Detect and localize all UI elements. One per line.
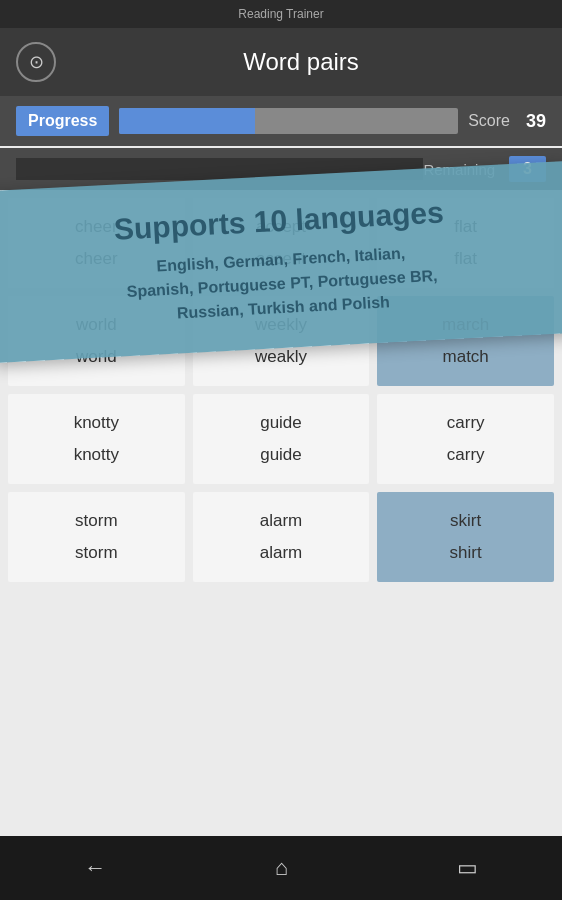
word-cell-7[interactable]: guideguide — [193, 394, 370, 484]
home-button[interactable]: ⌂ — [251, 847, 312, 889]
word-bottom-5: match — [443, 347, 489, 367]
word-top-9: storm — [75, 511, 118, 531]
word-cell-9[interactable]: stormstorm — [8, 492, 185, 582]
word-bottom-4: weakly — [255, 347, 307, 367]
page-title: Word pairs — [56, 48, 546, 76]
word-top-7: guide — [260, 413, 302, 433]
word-cell-11[interactable]: skirtshirt — [377, 492, 554, 582]
score-label: Score — [468, 112, 510, 130]
nav-bar: ← ⌂ ▭ — [0, 836, 562, 900]
main-content: Progress Score 39 Remaining 3 cheercheer… — [0, 96, 562, 836]
word-bottom-8: carry — [447, 445, 485, 465]
app-header: ⊙ Word pairs — [0, 28, 562, 96]
word-top-8: carry — [447, 413, 485, 433]
app-icon: ⊙ — [16, 42, 56, 82]
word-cell-10[interactable]: alarmalarm — [193, 492, 370, 582]
word-bottom-9: storm — [75, 543, 118, 563]
word-bottom-6: knotty — [74, 445, 119, 465]
word-bottom-10: alarm — [260, 543, 303, 563]
progress-bar-fill — [119, 108, 255, 134]
word-cell-6[interactable]: knottyknotty — [8, 394, 185, 484]
word-bottom-7: guide — [260, 445, 302, 465]
word-bottom-11: shirt — [450, 543, 482, 563]
recent-button[interactable]: ▭ — [433, 847, 502, 889]
overlay-title: Supports 10 languages — [27, 191, 530, 251]
progress-bar — [119, 108, 458, 134]
word-top-11: skirt — [450, 511, 481, 531]
overlay-desc: English, German, French, Italian,Spanish… — [126, 245, 438, 322]
score-value: 39 — [526, 111, 546, 132]
word-top-10: alarm — [260, 511, 303, 531]
progress-label: Progress — [16, 106, 109, 136]
overlay-banner: Supports 10 languages English, German, F… — [0, 161, 562, 363]
progress-section: Progress Score 39 — [0, 96, 562, 146]
word-top-6: knotty — [74, 413, 119, 433]
status-bar-title: Reading Trainer — [238, 7, 323, 21]
word-cell-8[interactable]: carrycarry — [377, 394, 554, 484]
back-button[interactable]: ← — [60, 847, 130, 889]
status-bar: Reading Trainer — [0, 0, 562, 28]
